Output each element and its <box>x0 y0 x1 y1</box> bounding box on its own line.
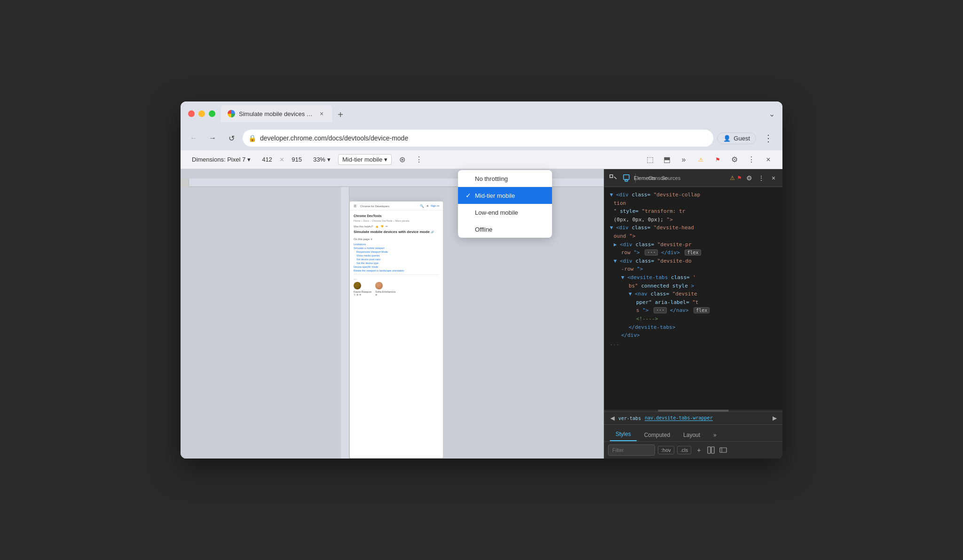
address-bar[interactable]: 🔒 developer.chrome.com/docs/devtools/dev… <box>243 130 713 147</box>
more-options-button[interactable]: ⋮ <box>412 153 426 166</box>
width-input[interactable]: 412 <box>258 154 276 165</box>
html-badge-dots2: ··· <box>654 307 667 313</box>
devtools-panel: Elements Console Sources ⚠ ⚑ ⚙ ⋮ × ▼ <di… <box>604 169 782 459</box>
title-bar: Simulate mobile devices with × + ⌄ <box>181 101 782 126</box>
html-line-7: ▶ <div class= "devsite-pr <box>606 241 781 249</box>
breadcrumb-prev-button[interactable]: ◀ <box>608 414 616 422</box>
address-security-icon: 🔒 <box>248 134 256 142</box>
close-devtools-button[interactable]: × <box>762 153 775 166</box>
device-mode-button[interactable]: ⬒ <box>660 153 673 166</box>
mobile-divider <box>354 274 439 275</box>
throttle-selector[interactable]: Mid-tier mobile ▾ <box>338 154 392 165</box>
tab-styles[interactable]: Styles <box>610 428 637 441</box>
chrome-menu-button[interactable]: ⋮ <box>760 131 777 146</box>
mobile-logo: Chrome for Developers <box>360 205 389 208</box>
toc-simulate-viewport[interactable]: Simulate a mobile viewport <box>354 246 439 250</box>
toc-device-type[interactable]: Set the device type <box>354 261 439 265</box>
error-icon: ⚑ <box>715 156 720 163</box>
zoom-selector[interactable]: 33% ▾ <box>309 154 334 165</box>
toc-rotate[interactable]: Rotate the viewport to landscape orienta… <box>354 269 439 272</box>
mobile-search-icon: 🔍 <box>420 204 424 208</box>
toc-media-queries[interactable]: Show media queries <box>354 254 439 257</box>
kayce-link-icon[interactable]: ✉ <box>359 293 361 296</box>
breadcrumb-next-button[interactable]: ▶ <box>770 414 779 422</box>
close-icon: × <box>766 156 770 164</box>
throttle-option-mid-tier[interactable]: ✓ Mid-tier mobile <box>458 187 552 204</box>
more-devtools-button[interactable]: ⋮ <box>745 153 758 166</box>
inspect-element-button[interactable] <box>608 173 618 183</box>
add-style-button[interactable]: + <box>694 445 703 455</box>
extend-panels-button[interactable]: » <box>677 153 690 166</box>
new-tab-button[interactable]: + <box>334 108 347 122</box>
throttle-option-offline-label: Offline <box>475 226 492 233</box>
kayce-avatar <box>354 282 361 289</box>
mobile-breadcrumb: Home › Docs › Chrome DevTools › More pan… <box>354 219 439 222</box>
sources-panel-button[interactable]: Sources <box>666 173 676 183</box>
breadcrumb-home: Home <box>354 219 361 222</box>
throttle-option-offline[interactable]: ✓ Offline <box>458 221 552 238</box>
settings-button[interactable]: ⚙ <box>728 153 741 166</box>
height-input[interactable]: 915 <box>288 154 306 165</box>
toc-responsive-mode[interactable]: Responsive Viewport Mode <box>354 250 439 254</box>
mobile-on-page-toggle[interactable]: ∨ <box>371 237 372 241</box>
guest-button[interactable]: 👤 Guest <box>717 132 756 144</box>
maximize-traffic-light[interactable] <box>209 110 215 117</box>
back-button[interactable]: ← <box>186 131 201 146</box>
breadcrumb-nav-tabs-wrapper[interactable]: nav.devsite-tabs-wrapper <box>645 415 713 421</box>
rotate-icon: ⊛ <box>399 155 405 164</box>
dimension-separator: × <box>280 156 284 164</box>
html-line-11: ▼ <devsite-tabs class= ' <box>606 273 781 282</box>
forward-button[interactable]: → <box>205 131 220 146</box>
cls-filter-button[interactable]: .cls <box>677 446 692 454</box>
styles-filter-input[interactable] <box>608 444 655 456</box>
html-line-13: ▼ <nav class= "devsite <box>606 290 781 298</box>
rotate-button[interactable]: ⊛ <box>395 153 409 166</box>
close-traffic-light[interactable] <box>188 110 195 117</box>
reload-button[interactable]: ↺ <box>224 131 239 146</box>
breadcrumb-docs: Docs <box>363 219 370 222</box>
dimensions-selector[interactable]: Dimensions: Pixel 7 ▾ <box>188 154 254 165</box>
toc-device-specific[interactable]: Device-specific mode <box>354 265 439 269</box>
tab-dropdown-button[interactable]: ⌄ <box>769 109 775 118</box>
warning-button[interactable]: ⚠ <box>694 153 707 166</box>
devtools-more-button[interactable]: ⋮ <box>756 173 766 183</box>
toggle-layout-button[interactable] <box>706 445 716 455</box>
tab-layout[interactable]: Layout <box>678 429 706 441</box>
tab-more[interactable]: » <box>708 429 722 441</box>
tab-title: Simulate mobile devices with <box>239 110 314 117</box>
mobile-toc: Limitations Simulate a mobile viewport R… <box>354 242 439 272</box>
tab-computed[interactable]: Computed <box>639 429 676 441</box>
tab-close-button[interactable]: × <box>318 109 325 118</box>
devtools-error-count[interactable]: ⚑ <box>737 175 742 181</box>
devtools-close-button[interactable]: × <box>768 173 779 183</box>
error-button[interactable]: ⚑ <box>711 153 724 166</box>
breadcrumb-ver-tabs[interactable]: ver-tabs <box>618 416 641 421</box>
mobile-signin-link[interactable]: Sign in <box>431 204 439 208</box>
toc-limitations[interactable]: Limitations <box>354 242 439 246</box>
throttle-arrow-icon: ▾ <box>384 156 387 163</box>
horizontal-scrollbar[interactable] <box>658 410 729 412</box>
kayce-github-icon[interactable]: ⊕ <box>356 293 358 296</box>
sofia-github-icon[interactable]: ⊕ <box>375 293 377 296</box>
scrollbar-area <box>604 410 782 412</box>
throttle-option-low-end[interactable]: ✓ Low-end mobile <box>458 204 552 221</box>
active-tab[interactable]: Simulate mobile devices with × <box>221 105 332 122</box>
html-line-9: ▼ <div class= "devsite-do <box>606 257 781 265</box>
checkmark-selected-icon: ✓ <box>466 192 471 199</box>
zoom-arrow-icon: ▾ <box>327 156 331 163</box>
author-sofia: Sofia Emelianova ⊕ <box>375 282 395 296</box>
html-ellipsis: ... <box>606 340 781 348</box>
html-line-1: ▼ <div class= "devsite-collap <box>606 191 781 199</box>
devtools-breadcrumb-bar: ◀ ver-tabs nav.devsite-tabs-wrapper ▶ <box>604 412 782 425</box>
minimize-traffic-light[interactable] <box>198 110 205 117</box>
kayce-twitter-icon[interactable]: 𝕏 <box>354 293 355 296</box>
select-element-button[interactable]: ⬚ <box>643 153 656 166</box>
throttle-option-no-throttling[interactable]: ✓ No throttling <box>458 170 552 187</box>
device-toggle-button[interactable] <box>621 173 631 183</box>
traffic-lights <box>188 110 215 117</box>
toc-pixel-ratio[interactable]: Set device pixel ratio <box>354 257 439 261</box>
devtools-settings-button[interactable]: ⚙ <box>744 173 754 183</box>
devtools-warning-count[interactable]: ⚠ <box>730 175 735 181</box>
hov-filter-button[interactable]: :hov <box>658 446 674 454</box>
toggle-overlay-button[interactable] <box>718 445 728 455</box>
